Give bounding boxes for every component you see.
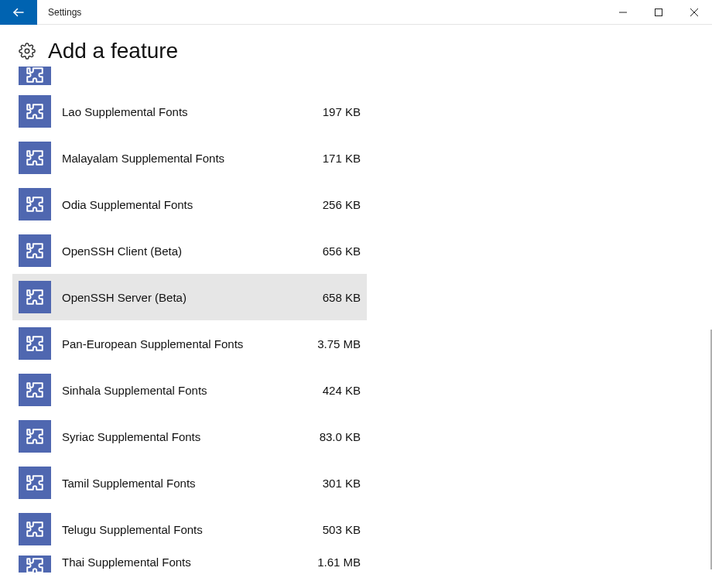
feature-name: Telugu Supplemental Fonts — [51, 523, 296, 536]
feature-size: 83.0 KB — [296, 430, 361, 443]
feature-name: Odia Supplemental Fonts — [51, 198, 296, 211]
page-title: Add a feature — [48, 39, 178, 63]
scrollbar[interactable] — [707, 67, 712, 588]
feature-row[interactable]: OpenSSH Client (Beta)656 KB — [12, 227, 367, 274]
svg-point-5 — [25, 49, 29, 53]
puzzle-icon — [19, 467, 51, 499]
feature-name: Tamil Supplemental Fonts — [51, 477, 296, 490]
puzzle-icon — [19, 67, 51, 85]
feature-size: 658 KB — [296, 291, 361, 304]
feature-list: Korean Supplemental Fonts0.00 MBLao Supp… — [0, 67, 712, 573]
feature-name: Sinhala Supplemental Fonts — [51, 384, 296, 397]
feature-size: 3.75 MB — [296, 337, 361, 350]
feature-size: 503 KB — [296, 523, 361, 536]
back-button[interactable] — [0, 0, 37, 25]
feature-name: Thai Supplemental Fonts — [51, 556, 296, 569]
close-button[interactable] — [676, 0, 712, 25]
feature-size: 171 KB — [296, 152, 361, 165]
page-header: Add a feature — [0, 25, 712, 63]
feature-row[interactable]: Odia Supplemental Fonts256 KB — [12, 181, 367, 227]
feature-row[interactable]: OpenSSH Server (Beta)658 KB — [12, 274, 367, 320]
feature-row[interactable]: Tamil Supplemental Fonts301 KB — [12, 460, 367, 506]
puzzle-icon — [19, 142, 51, 174]
feature-size: 301 KB — [296, 477, 361, 490]
puzzle-icon — [19, 513, 51, 545]
feature-row[interactable]: Thai Supplemental Fonts1.61 MB — [12, 552, 367, 573]
feature-name: Lao Supplemental Fonts — [51, 105, 296, 118]
feature-name: OpenSSH Client (Beta) — [51, 244, 296, 258]
close-icon — [690, 9, 698, 16]
feature-row[interactable]: Sinhala Supplemental Fonts424 KB — [12, 367, 367, 413]
titlebar: Settings — [0, 0, 712, 25]
feature-name: OpenSSH Server (Beta) — [51, 291, 296, 304]
feature-row[interactable]: Lao Supplemental Fonts197 KB — [12, 88, 367, 135]
window-controls — [605, 0, 712, 25]
feature-name: Syriac Supplemental Fonts — [51, 430, 296, 443]
maximize-icon — [655, 9, 662, 16]
puzzle-icon — [19, 281, 51, 313]
puzzle-icon — [19, 556, 51, 573]
feature-size: 197 KB — [296, 105, 361, 118]
window-title: Settings — [37, 7, 605, 18]
feature-size: 424 KB — [296, 384, 361, 397]
puzzle-icon — [19, 374, 51, 406]
puzzle-icon — [19, 234, 51, 267]
content-area: Korean Supplemental Fonts0.00 MBLao Supp… — [0, 67, 712, 588]
back-arrow-icon — [12, 5, 26, 19]
feature-row[interactable]: Telugu Supplemental Fonts503 KB — [12, 506, 367, 552]
minimize-icon — [619, 9, 627, 16]
feature-row[interactable]: Pan-European Supplemental Fonts3.75 MB — [12, 320, 367, 367]
feature-name: Pan-European Supplemental Fonts — [51, 337, 296, 350]
feature-size: 1.61 MB — [296, 556, 361, 569]
feature-row[interactable]: Malayalam Supplemental Fonts171 KB — [12, 135, 367, 181]
svg-rect-2 — [656, 9, 662, 15]
feature-row[interactable]: Korean Supplemental Fonts0.00 MB — [12, 67, 367, 88]
puzzle-icon — [19, 188, 51, 220]
maximize-button[interactable] — [641, 0, 676, 25]
feature-name: Malayalam Supplemental Fonts — [51, 152, 296, 165]
feature-size: 656 KB — [296, 244, 361, 258]
minimize-button[interactable] — [605, 0, 641, 25]
feature-row[interactable]: Syriac Supplemental Fonts83.0 KB — [12, 413, 367, 460]
feature-size: 256 KB — [296, 198, 361, 211]
puzzle-icon — [19, 420, 51, 453]
puzzle-icon — [19, 95, 51, 128]
gear-icon — [19, 43, 36, 63]
puzzle-icon — [19, 327, 51, 360]
